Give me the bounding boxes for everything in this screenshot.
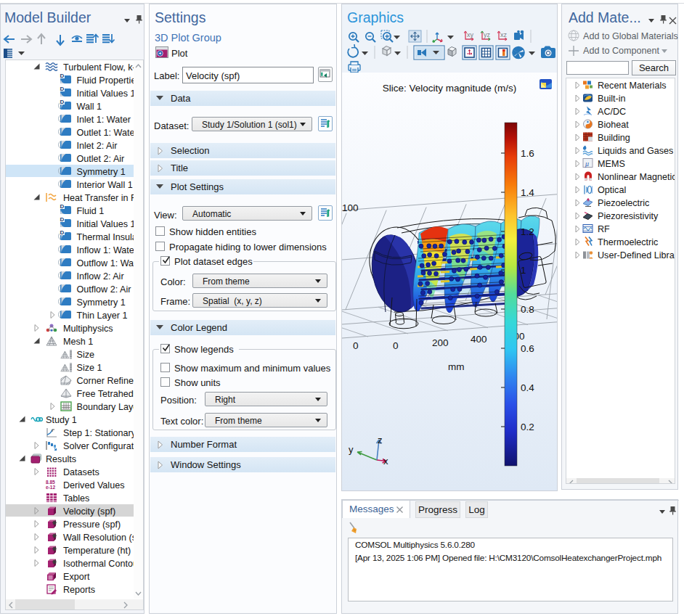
svg-text:Inflow 1: Water: Inflow 1: Water [77,245,138,255]
svg-text:Results: Results [46,454,76,464]
svg-text:Wall 1: Wall 1 [77,102,102,112]
svg-text:mm: mm [448,361,465,372]
svg-text:Symmetry 1: Symmetry 1 [77,297,126,308]
svg-text:Inflow 2: Air: Inflow 2: Air [77,271,124,282]
svg-text:Interior Wall 1: Interior Wall 1 [77,180,133,190]
svg-text:0.2: 0.2 [521,422,534,432]
svg-text:0.8: 0.8 [521,304,534,315]
svg-text:Outlet 2: Air: Outlet 2: Air [77,154,125,164]
svg-text:Multiphysics: Multiphysics [63,324,113,334]
svg-text:Mesh 1: Mesh 1 [63,337,93,347]
svg-text:0.4: 0.4 [521,382,534,393]
svg-text:yz: yz [484,31,491,38]
svg-text:0: 0 [393,340,399,351]
svg-text:Piezoelectric: Piezoelectric [598,198,649,208]
svg-text:Heat Transfer in Fluid: Heat Transfer in Fluid [63,193,143,203]
svg-text:1.2: 1.2 [521,226,534,237]
svg-text:100: 100 [342,202,359,213]
svg-text:Recent Materials: Recent Materials [598,81,667,91]
svg-text:0.6: 0.6 [521,343,534,354]
svg-text:AC/DC: AC/DC [598,107,626,117]
svg-text:200: 200 [432,337,449,348]
svg-text:Datasets: Datasets [63,467,99,477]
svg-text:Symmetry 1: Symmetry 1 [77,167,126,177]
svg-text:Building: Building [598,133,630,143]
svg-text:Pressure (spf): Pressure (spf) [63,520,121,530]
svg-text:Export: Export [63,572,90,582]
svg-text:Inlet 1: Water: Inlet 1: Water [77,115,131,125]
svg-text:Size 1: Size 1 [77,363,102,373]
svg-text:Velocity (spf): Velocity (spf) [63,506,115,517]
svg-text:xy: xy [467,31,474,38]
svg-text:Tables: Tables [63,493,89,504]
svg-text:Derived Values: Derived Values [63,480,124,490]
svg-text:Step 1: Stationary: Step 1: Stationary [63,428,137,438]
svg-text:MEMS: MEMS [598,159,625,169]
svg-text:Piezoresistivity: Piezoresistivity [598,211,659,221]
svg-text:Outflow 1: Wate: Outflow 1: Wate [77,258,142,268]
svg-text:Temperature (ht): Temperature (ht) [63,546,131,556]
svg-text:Boundary Layer: Boundary Layer [77,402,142,412]
svg-text:Nonlinear Magnetic: Nonlinear Magnetic [598,172,675,182]
svg-text:Thermoelectric: Thermoelectric [598,237,658,247]
svg-text:1.6: 1.6 [521,148,534,159]
svg-text:Turbulent Flow, k-ε: Turbulent Flow, k-ε [63,62,140,73]
svg-text:Slice: Velocity magnitude (m/s: Slice: Velocity magnitude (m/s) [383,83,517,94]
svg-text:Inlet 2: Air: Inlet 2: Air [77,141,118,151]
svg-text:Isothermal Contou: Isothermal Contou [63,559,138,569]
svg-text:Thin Layer 1: Thin Layer 1 [77,311,128,321]
svg-text:Outflow 2: Air: Outflow 2: Air [77,284,131,295]
svg-text:Initial Values 1: Initial Values 1 [77,219,136,229]
svg-text:Wall Resolution (s: Wall Resolution (s [63,533,137,543]
svg-text:User-Defined Library: User-Defined Library [598,250,675,260]
svg-text:Outlet 1: Water: Outlet 1: Water [77,128,138,138]
svg-text:Liquids and Gases: Liquids and Gases [598,146,673,156]
svg-text:1.4: 1.4 [521,187,534,198]
svg-text:Solver Configurati: Solver Configurati [63,441,136,451]
svg-text:400: 400 [471,334,487,345]
svg-text:x: x [383,456,388,467]
svg-text:y: y [349,444,354,455]
svg-text:Study 1: Study 1 [46,415,77,425]
svg-text:RF: RF [598,224,610,234]
svg-text:Initial Values 1: Initial Values 1 [77,89,136,99]
svg-text:Fluid 1: Fluid 1 [77,206,105,216]
svg-text:Reports: Reports [63,585,95,595]
svg-text:Bioheat: Bioheat [598,120,629,130]
svg-text:Optical: Optical [598,185,626,195]
svg-text:Built-in: Built-in [598,94,626,104]
svg-text:xz: xz [500,31,508,38]
svg-text:z: z [378,435,383,445]
svg-text:0: 0 [353,340,359,351]
svg-text:Size: Size [77,350,95,360]
svg-text:1: 1 [521,265,526,276]
